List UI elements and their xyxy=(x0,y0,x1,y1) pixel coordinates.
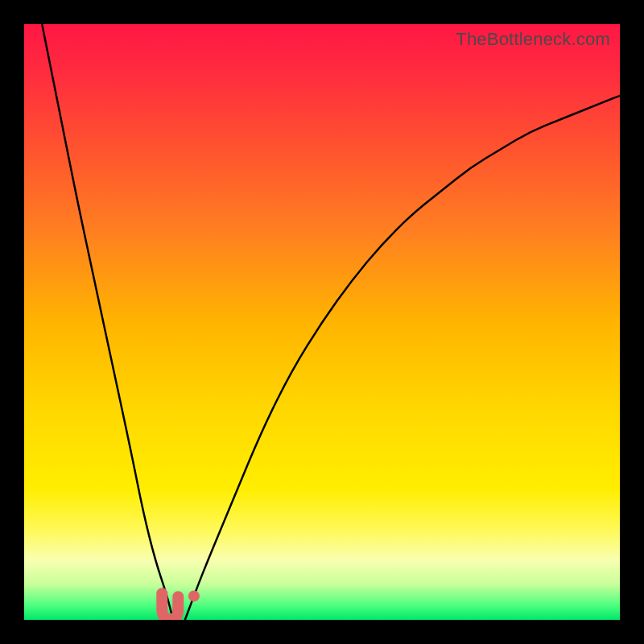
watermark-text: TheBottleneck.com xyxy=(456,29,610,50)
plot-area: TheBottleneck.com xyxy=(24,24,620,620)
trough-markers xyxy=(162,590,200,619)
right-branch-path xyxy=(185,96,620,620)
left-branch-path xyxy=(42,24,173,620)
outer-frame: TheBottleneck.com xyxy=(0,0,644,644)
trough-marker-right xyxy=(188,590,200,601)
curve-layer xyxy=(24,24,620,620)
